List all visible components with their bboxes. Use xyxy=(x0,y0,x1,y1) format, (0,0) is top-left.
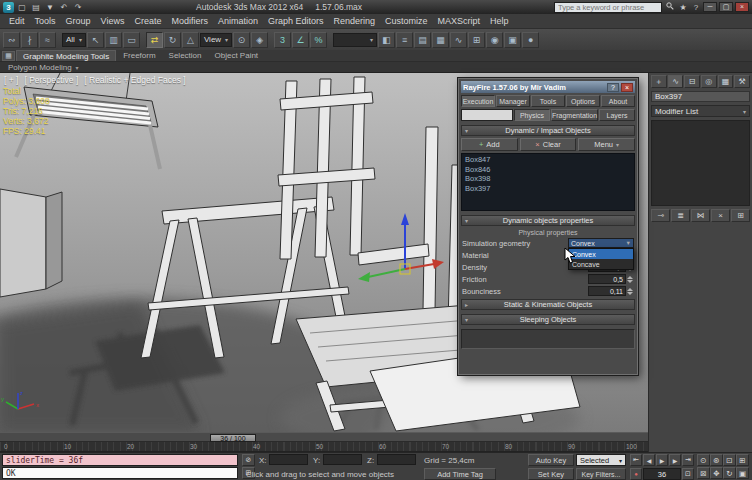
subtab-fragmentation[interactable]: Fragmentation xyxy=(551,109,598,121)
previous-frame-button[interactable]: ◀ xyxy=(643,454,655,466)
use-pivot-point-icon[interactable]: ⊙ xyxy=(233,32,250,48)
menu-group[interactable]: Group xyxy=(61,14,96,28)
tab-utilities-icon[interactable]: ⚒ xyxy=(734,75,750,88)
current-frame-field[interactable]: 36 xyxy=(643,468,681,480)
pan-icon[interactable]: ✥ xyxy=(710,467,723,479)
open-file-icon[interactable]: ▤ xyxy=(30,2,42,13)
reference-coordinate-dropdown[interactable]: View▾ xyxy=(200,33,232,47)
key-filters-button[interactable]: Key Filters... xyxy=(576,468,626,480)
menu-tools[interactable]: Tools xyxy=(30,14,61,28)
rayfire-titlebar[interactable]: RayFire 1.57.06 by Mir Vadim ? × xyxy=(461,81,635,93)
pin-stack-icon[interactable]: ⊸ xyxy=(651,209,670,222)
configure-modifier-sets-icon[interactable]: ⊞ xyxy=(731,209,750,222)
tab-hierarchy-icon[interactable]: ⊟ xyxy=(684,75,700,88)
y-coord-field[interactable] xyxy=(323,454,362,465)
undo-icon[interactable]: ↶ xyxy=(58,2,70,13)
select-object-icon[interactable]: ↖ xyxy=(87,32,104,48)
close-icon[interactable]: × xyxy=(621,83,633,92)
zoom-icon[interactable]: ⊙ xyxy=(697,454,710,466)
redo-icon[interactable]: ↷ xyxy=(72,2,84,13)
zoom-extents-icon[interactable]: ⊡ xyxy=(723,454,736,466)
object-name-field[interactable]: Box397 xyxy=(651,91,750,102)
selected-set-dropdown[interactable]: Selected ▾ xyxy=(576,454,626,466)
clear-objects-button[interactable]: ×Clear xyxy=(520,138,577,151)
viewport-shading-label[interactable]: [ Realistic + Edged Faces ] xyxy=(84,75,185,85)
select-by-name-icon[interactable]: ▥ xyxy=(105,32,122,48)
menu-help[interactable]: Help xyxy=(485,14,514,28)
go-to-end-button[interactable]: ⇥ xyxy=(682,454,694,466)
named-selection-set-dropdown[interactable]: ▾ xyxy=(333,33,377,47)
dropdown-option[interactable]: Convex xyxy=(569,249,633,259)
select-and-link-icon[interactable]: ∾ xyxy=(3,32,20,48)
zoom-extents-all-icon[interactable]: ⊞ xyxy=(736,454,749,466)
tab-graphite-modeling-tools[interactable]: Graphite Modeling Tools xyxy=(16,50,116,61)
maxscript-listener-input[interactable]: sliderTime = 36f xyxy=(2,454,238,466)
menu-button[interactable]: Menu▾ xyxy=(578,138,635,151)
save-file-icon[interactable]: ▼ xyxy=(44,2,56,13)
wall-box[interactable] xyxy=(0,189,62,297)
graphite-icon[interactable]: ▦ xyxy=(2,51,15,61)
menu-animation[interactable]: Animation xyxy=(213,14,263,28)
track-bar[interactable]: 0 10 20 30 40 50 60 70 80 90 100 xyxy=(0,442,648,452)
add-time-tag-button[interactable]: Add Time Tag xyxy=(424,468,496,480)
favorites-star-icon[interactable]: ★ xyxy=(678,3,688,12)
render-production-icon[interactable]: ● xyxy=(522,32,539,48)
sim-geometry-dropdown[interactable]: Convex ▼ xyxy=(568,238,634,248)
help-icon[interactable]: ? xyxy=(607,83,619,92)
tab-object-paint[interactable]: Object Paint xyxy=(209,50,265,61)
friction-field[interactable]: 0,5 xyxy=(588,274,626,284)
maxscript-listener-output[interactable]: OK xyxy=(2,467,238,479)
curve-editor-icon[interactable]: ∿ xyxy=(450,32,467,48)
tab-motion-icon[interactable]: ◎ xyxy=(701,75,717,88)
modifier-list-dropdown[interactable]: Modifier List ▾ xyxy=(651,105,750,117)
mirror-icon[interactable]: ◧ xyxy=(378,32,395,48)
section-sleeping-objects[interactable]: ▾ Sleeping Objects xyxy=(461,314,635,325)
schematic-view-icon[interactable]: ⊞ xyxy=(468,32,485,48)
sleeping-objects-list[interactable] xyxy=(461,329,635,349)
maximize-button[interactable]: ▢ xyxy=(719,2,733,12)
polygon-modeling-panel[interactable]: Polygon Modeling xyxy=(8,63,72,72)
orbit-icon[interactable]: ↻ xyxy=(723,467,736,479)
3ds-max-logo-icon[interactable]: 3 xyxy=(3,2,14,13)
tab-execution[interactable]: Execution xyxy=(461,95,495,107)
dropdown-option[interactable]: Concave xyxy=(569,259,633,269)
align-icon[interactable]: ≡ xyxy=(396,32,413,48)
zoom-all-icon[interactable]: ⊛ xyxy=(710,454,723,466)
viewport-view-label[interactable]: [ Perspective ] xyxy=(24,75,78,85)
render-setup-icon[interactable]: ▣ xyxy=(504,32,521,48)
minimize-button[interactable]: ─ xyxy=(703,2,717,12)
angle-snap-icon[interactable]: ∠ xyxy=(292,32,309,48)
layer-manager-icon[interactable]: ▤ xyxy=(414,32,431,48)
infocenter-help-icon[interactable]: ? xyxy=(691,3,701,12)
graphite-ribbon-toggle-icon[interactable]: ▦ xyxy=(432,32,449,48)
tab-freeform[interactable]: Freeform xyxy=(117,50,161,61)
tab-manager[interactable]: Manager xyxy=(496,95,530,107)
section-static-kinematic-objects[interactable]: ▸ Static & Kinematic Objects xyxy=(461,299,635,310)
menu-views[interactable]: Views xyxy=(96,14,130,28)
zoom-region-icon[interactable]: ⊠ xyxy=(697,467,710,479)
tab-modify-icon[interactable]: ∿ xyxy=(668,75,684,88)
menu-rendering[interactable]: Rendering xyxy=(329,14,381,28)
auto-key-button[interactable]: Auto Key xyxy=(528,454,574,466)
menu-graph-editors[interactable]: Graph Editors xyxy=(263,14,329,28)
play-button[interactable]: ▶ xyxy=(656,454,668,466)
menu-customize[interactable]: Customize xyxy=(380,14,433,28)
menu-modifiers[interactable]: Modifiers xyxy=(166,14,213,28)
viewport-menu-label[interactable]: [ + ] xyxy=(4,75,18,85)
snaps-toggle-icon[interactable]: 3 xyxy=(274,32,291,48)
set-key-button[interactable]: Set Key xyxy=(528,468,574,480)
tab-display-icon[interactable]: ▦ xyxy=(718,75,734,88)
next-frame-button[interactable]: ▶ xyxy=(669,454,681,466)
bounciness-field[interactable]: 0,11 xyxy=(588,286,626,296)
list-item[interactable]: Box847 xyxy=(465,155,631,165)
menu-maxscript[interactable]: MAXScript xyxy=(433,14,486,28)
time-slider-handle[interactable]: 36 / 100 xyxy=(210,434,256,442)
menu-create[interactable]: Create xyxy=(129,14,166,28)
selection-lock-toggle[interactable]: ⊘ xyxy=(242,454,255,466)
tab-options[interactable]: Options xyxy=(566,95,600,107)
make-unique-icon[interactable]: ⋈ xyxy=(691,209,710,222)
rayfire-dialog[interactable]: RayFire 1.57.06 by Mir Vadim ? × Executi… xyxy=(458,78,638,375)
time-configuration-button[interactable]: ⊡ xyxy=(682,468,694,480)
list-item[interactable]: Box398 xyxy=(465,174,631,184)
new-file-icon[interactable]: ▢ xyxy=(16,2,28,13)
